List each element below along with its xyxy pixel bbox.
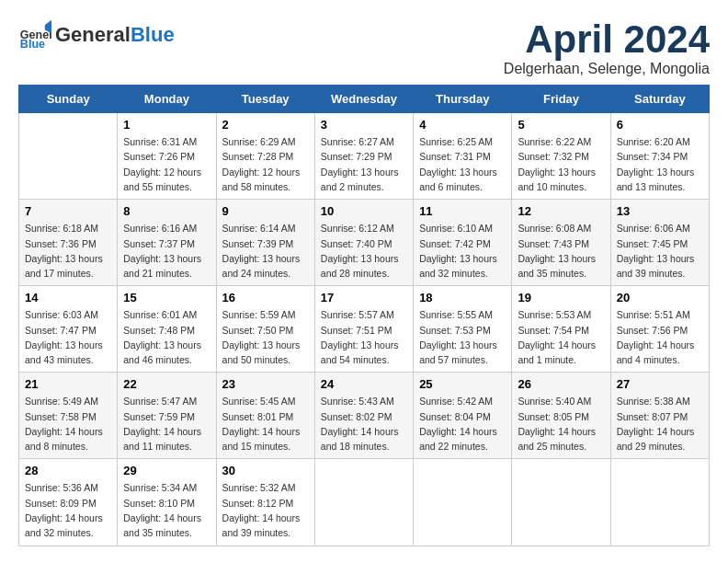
calendar-subtitle: Delgerhaan, Selenge, Mongolia (504, 61, 710, 77)
day-detail: Sunrise: 6:08 AMSunset: 7:43 PMDaylight:… (518, 221, 604, 281)
day-detail: Sunrise: 6:12 AMSunset: 7:40 PMDaylight:… (321, 221, 407, 281)
calendar-cell: 8Sunrise: 6:16 AMSunset: 7:37 PMDaylight… (118, 200, 216, 286)
calendar-cell: 11Sunrise: 6:10 AMSunset: 7:42 PMDayligh… (414, 200, 512, 286)
title-block: April 2024 Delgerhaan, Selenge, Mongolia (504, 18, 710, 77)
day-detail: Sunrise: 6:29 AMSunset: 7:28 PMDaylight:… (222, 134, 309, 194)
date-number: 4 (419, 118, 506, 132)
date-number: 3 (321, 118, 407, 132)
day-detail: Sunrise: 6:27 AMSunset: 7:29 PMDaylight:… (321, 134, 407, 194)
weekday-header-cell: Tuesday (216, 86, 314, 113)
date-number: 11 (419, 204, 506, 218)
date-number: 20 (617, 291, 703, 304)
date-number: 25 (419, 377, 506, 391)
day-detail: Sunrise: 5:45 AMSunset: 8:01 PMDaylight:… (222, 394, 309, 454)
date-number: 1 (123, 118, 210, 132)
date-number: 16 (222, 291, 309, 304)
calendar-week-row: 1Sunrise: 6:31 AMSunset: 7:26 PMDaylight… (19, 113, 710, 200)
day-detail: Sunrise: 5:38 AMSunset: 8:07 PMDaylight:… (617, 394, 703, 454)
calendar-week-row: 21Sunrise: 5:49 AMSunset: 7:58 PMDayligh… (19, 373, 710, 459)
calendar-cell: 12Sunrise: 6:08 AMSunset: 7:43 PMDayligh… (512, 200, 610, 286)
calendar-cell: 7Sunrise: 6:18 AMSunset: 7:36 PMDaylight… (19, 200, 118, 286)
calendar-cell: 27Sunrise: 5:38 AMSunset: 8:07 PMDayligh… (610, 373, 709, 459)
day-detail: Sunrise: 6:22 AMSunset: 7:32 PMDaylight:… (518, 134, 604, 194)
date-number: 10 (321, 204, 407, 218)
calendar-cell: 2Sunrise: 6:29 AMSunset: 7:28 PMDaylight… (216, 113, 314, 200)
date-number: 12 (518, 204, 604, 218)
weekday-header-cell: Friday (512, 86, 610, 113)
day-detail: Sunrise: 6:31 AMSunset: 7:26 PMDaylight:… (123, 134, 210, 194)
day-detail: Sunrise: 6:10 AMSunset: 7:42 PMDaylight:… (419, 221, 506, 281)
calendar-cell: 13Sunrise: 6:06 AMSunset: 7:45 PMDayligh… (610, 200, 709, 286)
calendar-cell: 10Sunrise: 6:12 AMSunset: 7:40 PMDayligh… (314, 200, 413, 286)
calendar-cell: 26Sunrise: 5:40 AMSunset: 8:05 PMDayligh… (512, 373, 610, 459)
day-detail: Sunrise: 6:25 AMSunset: 7:31 PMDaylight:… (419, 134, 506, 194)
logo: General Blue GeneralBlue (18, 18, 175, 52)
calendar-table: SundayMondayTuesdayWednesdayThursdayFrid… (18, 85, 710, 546)
weekday-header-cell: Sunday (19, 86, 118, 113)
day-detail: Sunrise: 6:20 AMSunset: 7:34 PMDaylight:… (617, 134, 703, 194)
date-number: 19 (518, 291, 604, 304)
date-number: 17 (321, 291, 407, 304)
day-detail: Sunrise: 6:01 AMSunset: 7:48 PMDaylight:… (123, 307, 210, 367)
calendar-body: 1Sunrise: 6:31 AMSunset: 7:26 PMDaylight… (19, 113, 710, 546)
day-detail: Sunrise: 5:57 AMSunset: 7:51 PMDaylight:… (321, 307, 407, 367)
calendar-cell: 22Sunrise: 5:47 AMSunset: 7:59 PMDayligh… (118, 373, 216, 459)
calendar-cell (314, 459, 413, 546)
calendar-cell (414, 459, 512, 546)
calendar-cell (610, 459, 709, 546)
calendar-cell: 16Sunrise: 5:59 AMSunset: 7:50 PMDayligh… (216, 286, 314, 373)
day-detail: Sunrise: 5:42 AMSunset: 8:04 PMDaylight:… (419, 394, 506, 454)
day-detail: Sunrise: 5:36 AMSunset: 8:09 PMDaylight:… (25, 480, 111, 540)
calendar-cell: 6Sunrise: 6:20 AMSunset: 7:34 PMDaylight… (610, 113, 709, 200)
day-detail: Sunrise: 5:32 AMSunset: 8:12 PMDaylight:… (222, 480, 309, 540)
logo-general-text: General (55, 23, 131, 46)
calendar-cell: 15Sunrise: 6:01 AMSunset: 7:48 PMDayligh… (118, 286, 216, 373)
calendar-cell: 18Sunrise: 5:55 AMSunset: 7:53 PMDayligh… (414, 286, 512, 373)
weekday-header-cell: Monday (118, 86, 216, 113)
calendar-week-row: 14Sunrise: 6:03 AMSunset: 7:47 PMDayligh… (19, 286, 710, 373)
date-number: 18 (419, 291, 506, 304)
calendar-cell (19, 113, 118, 200)
calendar-week-row: 28Sunrise: 5:36 AMSunset: 8:09 PMDayligh… (19, 459, 710, 546)
date-number: 24 (321, 377, 407, 391)
date-number: 7 (25, 204, 111, 218)
calendar-cell: 28Sunrise: 5:36 AMSunset: 8:09 PMDayligh… (19, 459, 118, 546)
calendar-cell: 5Sunrise: 6:22 AMSunset: 7:32 PMDaylight… (512, 113, 610, 200)
logo-icon: General Blue (18, 18, 51, 52)
day-detail: Sunrise: 6:14 AMSunset: 7:39 PMDaylight:… (222, 221, 309, 281)
day-detail: Sunrise: 5:53 AMSunset: 7:54 PMDaylight:… (518, 307, 604, 367)
calendar-cell: 19Sunrise: 5:53 AMSunset: 7:54 PMDayligh… (512, 286, 610, 373)
day-detail: Sunrise: 5:47 AMSunset: 7:59 PMDaylight:… (123, 394, 210, 454)
date-number: 29 (123, 464, 210, 477)
day-detail: Sunrise: 6:16 AMSunset: 7:37 PMDaylight:… (123, 221, 210, 281)
date-number: 21 (25, 377, 111, 391)
calendar-cell: 14Sunrise: 6:03 AMSunset: 7:47 PMDayligh… (19, 286, 118, 373)
calendar-cell: 21Sunrise: 5:49 AMSunset: 7:58 PMDayligh… (19, 373, 118, 459)
calendar-cell: 1Sunrise: 6:31 AMSunset: 7:26 PMDaylight… (118, 113, 216, 200)
day-detail: Sunrise: 5:51 AMSunset: 7:56 PMDaylight:… (617, 307, 703, 367)
date-number: 8 (123, 204, 210, 218)
date-number: 30 (222, 464, 309, 477)
day-detail: Sunrise: 5:43 AMSunset: 8:02 PMDaylight:… (321, 394, 407, 454)
date-number: 6 (617, 118, 703, 132)
calendar-cell: 25Sunrise: 5:42 AMSunset: 8:04 PMDayligh… (414, 373, 512, 459)
calendar-cell: 30Sunrise: 5:32 AMSunset: 8:12 PMDayligh… (216, 459, 314, 546)
date-number: 15 (123, 291, 210, 304)
date-number: 5 (518, 118, 604, 132)
date-number: 14 (25, 291, 111, 304)
calendar-cell: 17Sunrise: 5:57 AMSunset: 7:51 PMDayligh… (314, 286, 413, 373)
weekday-header-cell: Saturday (610, 86, 709, 113)
date-number: 27 (617, 377, 703, 391)
svg-text:Blue: Blue (20, 38, 45, 51)
calendar-title: April 2024 (504, 18, 710, 61)
calendar-cell (512, 459, 610, 546)
weekday-header-row: SundayMondayTuesdayWednesdayThursdayFrid… (19, 86, 710, 113)
date-number: 9 (222, 204, 309, 218)
calendar-cell: 29Sunrise: 5:34 AMSunset: 8:10 PMDayligh… (118, 459, 216, 546)
day-detail: Sunrise: 5:49 AMSunset: 7:58 PMDaylight:… (25, 394, 111, 454)
calendar-cell: 3Sunrise: 6:27 AMSunset: 7:29 PMDaylight… (314, 113, 413, 200)
day-detail: Sunrise: 5:59 AMSunset: 7:50 PMDaylight:… (222, 307, 309, 367)
calendar-cell: 20Sunrise: 5:51 AMSunset: 7:56 PMDayligh… (610, 286, 709, 373)
date-number: 23 (222, 377, 309, 391)
weekday-header-cell: Wednesday (314, 86, 413, 113)
